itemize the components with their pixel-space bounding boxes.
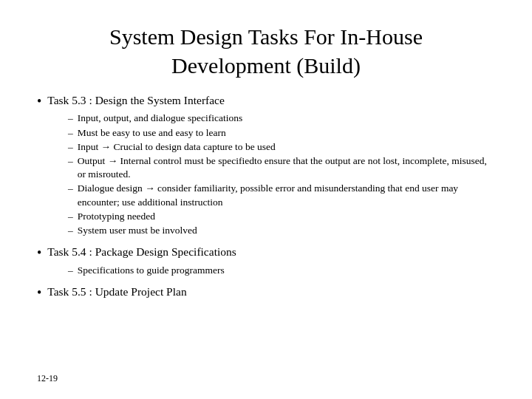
dash-icon: – [68, 224, 73, 237]
content-area: • Task 5.3 : Design the System Interface… [37, 93, 495, 365]
list-item: – Prototyping needed [68, 210, 495, 223]
task-title-5-3: Task 5.3 : Design the System Interface [47, 93, 225, 109]
page: System Design Tasks For In-House Develop… [0, 0, 532, 399]
list-item: – Input → Crucial to design data capture… [68, 140, 495, 154]
dash-icon: – [68, 264, 73, 277]
task-item-5-4: • Task 5.4 : Package Design Specificatio… [37, 245, 495, 277]
task-header-5-3: • Task 5.3 : Design the System Interface [37, 93, 495, 110]
list-item: – Dialogue design → consider familiarity… [68, 182, 495, 208]
dash-icon: – [68, 140, 73, 154]
sub-items-5-4: – Specifications to guide programmers [68, 264, 495, 277]
list-item: – Input, output, and dialogue specificat… [68, 112, 495, 125]
dash-icon: – [68, 154, 73, 168]
footer: 12-19 [37, 365, 495, 384]
task-item-5-3: • Task 5.3 : Design the System Interface… [37, 93, 495, 237]
list-item: – Specifications to guide programmers [68, 264, 495, 277]
bullet-5-4: • [37, 245, 41, 262]
page-number: 12-19 [37, 373, 58, 383]
list-item: – System user must be involved [68, 224, 495, 237]
task-header-5-4: • Task 5.4 : Package Design Specificatio… [37, 245, 495, 262]
list-item: – Must be easy to use and easy to learn [68, 126, 495, 140]
list-item: – Output → Internal control must be spec… [68, 154, 495, 181]
title-block: System Design Tasks For In-House Develop… [37, 22, 495, 80]
dash-icon: – [68, 210, 73, 223]
dash-icon: – [68, 182, 73, 195]
main-title: System Design Tasks For In-House Develop… [37, 22, 495, 80]
task-title-5-5: Task 5.5 : Update Project Plan [47, 284, 186, 300]
dash-icon: – [68, 112, 73, 125]
task-header-5-5: • Task 5.5 : Update Project Plan [37, 284, 495, 301]
bullet-5-5: • [37, 284, 41, 301]
bullet-5-3: • [37, 93, 41, 110]
task-title-5-4: Task 5.4 : Package Design Specifications [47, 245, 236, 260]
dash-icon: – [68, 126, 73, 140]
task-item-5-5: • Task 5.5 : Update Project Plan [37, 284, 495, 301]
sub-items-5-3: – Input, output, and dialogue specificat… [68, 112, 495, 237]
